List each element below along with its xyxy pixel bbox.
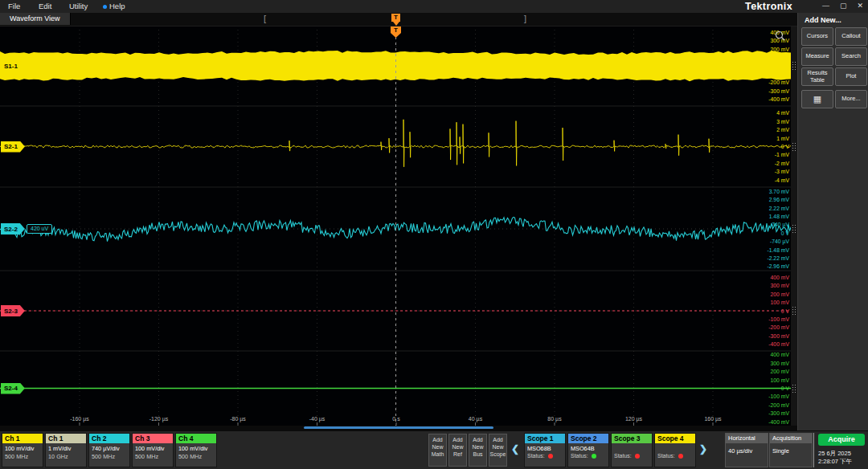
channel-scale-value: 100 mV/div — [135, 445, 173, 453]
add-button-line: Bus — [469, 451, 486, 458]
add-new-scope-button[interactable]: AddNewScope — [489, 434, 507, 467]
row-handle-icon[interactable] — [792, 61, 797, 71]
channel-badge-s2-4[interactable]: S2-4 — [1, 383, 25, 394]
scroll-right-chevron[interactable]: ❯ — [699, 443, 707, 455]
window-left-bracket[interactable]: [ — [264, 14, 266, 23]
offset-badge-s2-2[interactable]: 420 uV — [27, 224, 52, 234]
add-new-results-table-button[interactable]: Results Table — [801, 67, 833, 86]
scope-model-label — [612, 443, 652, 453]
acquisition-panel[interactable]: Acquisition Single — [769, 433, 813, 467]
channel-badge-s2-2[interactable]: S2-2 — [1, 223, 25, 234]
add-new-button-label: Cursors — [807, 33, 828, 39]
scope-block-header: Scope 2 — [568, 434, 608, 443]
x-axis-label: -40 µs — [309, 416, 326, 422]
close-button[interactable]: ✕ — [857, 2, 863, 10]
scroll-left-chevron[interactable]: ❮ — [511, 443, 519, 455]
channel-block-ch-1-2[interactable]: Ch 11 mV/div10 GHz — [45, 433, 87, 467]
add-button-line: Add — [429, 436, 446, 443]
add-new-button-label: Callout — [841, 33, 860, 39]
channel-bandwidth-value: 500 MHz — [178, 453, 216, 461]
channel-block-ch-4-5[interactable]: Ch 4100 mV/div500 MHz — [175, 433, 217, 467]
add-button-line: Add — [469, 436, 486, 443]
channel-block-body: 100 mV/div500 MHz — [176, 443, 216, 461]
add-button-line: Math — [429, 451, 446, 458]
add-button-line: New — [429, 443, 446, 451]
add-button-line: Add — [449, 436, 466, 443]
row-handle-icon[interactable] — [792, 142, 797, 153]
scope-block-scope-2[interactable]: Scope 2MSO64BStatus: — [567, 433, 609, 467]
channel-block-ch-1-1[interactable]: Ch 1100 mV/div500 MHz — [2, 433, 43, 467]
menu-help[interactable]: Help — [103, 2, 125, 10]
status-dot-icon — [635, 454, 640, 459]
x-axis-label: -80 µs — [230, 416, 246, 422]
add-new-plot-button[interactable]: Plot — [835, 67, 867, 86]
add-new-bus-button[interactable]: AddNewBus — [469, 434, 487, 467]
zoom-indicator-icon[interactable] — [775, 31, 786, 42]
window-right-bracket[interactable]: ] — [524, 14, 526, 23]
add-button-line: Ref — [449, 451, 466, 458]
scope-block-scope-4[interactable]: Scope 4Status: — [654, 433, 696, 467]
horizontal-panel[interactable]: Horizontal 40 µs/div — [725, 433, 768, 467]
channel-badge-s1-1[interactable]: S1-1 — [1, 60, 25, 71]
minimize-button[interactable]: — — [822, 2, 829, 10]
channel-block-body: 1 mV/div10 GHz — [46, 443, 86, 461]
time-label: 2:28:07 下午 — [818, 458, 852, 466]
trigger-position-icon[interactable]: T — [391, 14, 400, 22]
row-handle-icon[interactable] — [792, 384, 797, 394]
x-axis-label: -160 µs — [70, 416, 89, 422]
tektronix-logo: Tektronix — [745, 1, 792, 12]
add-new-button-label: Search — [841, 53, 861, 59]
channel-badge-s2-3[interactable]: S2-3 — [1, 305, 25, 316]
menu-utility[interactable]: Utility — [69, 2, 88, 10]
add-new-more-button[interactable]: More... — [835, 90, 867, 108]
channel-block-header: Ch 2 — [89, 434, 129, 443]
add-new-search-button[interactable]: Search — [835, 47, 867, 66]
channel-block-body: 100 mV/div500 MHz — [2, 443, 43, 461]
channel-scale-value: 1 mV/div — [48, 445, 86, 453]
maximize-button[interactable]: ▢ — [840, 2, 847, 10]
add-new-cursors-button[interactable]: Cursors — [801, 27, 833, 46]
horizontal-title: Horizontal — [726, 434, 768, 443]
channel-block-header: Ch 1 — [46, 434, 86, 443]
add-new-button-label: Plot — [846, 73, 857, 80]
add-new-panel: Add New... CursorsCalloutMeasureSearchRe… — [797, 13, 868, 430]
add-new-title: Add New... — [805, 16, 868, 24]
acquisition-value: Single — [770, 443, 812, 455]
add-new-math-button[interactable]: AddNewMath — [428, 434, 447, 467]
scope-model-label — [655, 443, 695, 453]
bottom-bar: ❮ ❯ Horizontal 40 µs/div Acquisition Sin… — [0, 430, 868, 469]
channel-block-ch-2-3[interactable]: Ch 2740 µV/div500 MHz — [88, 433, 130, 467]
scope-block-scope-3[interactable]: Scope 3Status: — [611, 433, 653, 467]
datetime-display: 25 6月 2025 2:28:07 下午 — [818, 450, 852, 466]
menu-label-help: Help — [109, 2, 125, 10]
row-handle-icon[interactable] — [792, 224, 797, 234]
waveform-plot[interactable]: T 400 mV300 mV200 mV100 mV0 V-100 mV-200… — [0, 26, 797, 430]
tekscope-window: Tektronix — ▢ ✕ FileEditUtilityHelp Wave… — [0, 0, 868, 469]
menu-label-file: File — [8, 2, 20, 10]
channel-badge-s2-1[interactable]: S2-1 — [1, 141, 25, 153]
channel-block-ch-3-4[interactable]: Ch 3100 mV/div500 MHz — [132, 433, 174, 467]
row-handle-icon[interactable] — [792, 306, 797, 316]
acquire-button[interactable]: Acquire — [818, 434, 865, 446]
scope-block-scope-1[interactable]: Scope 1MSO68BStatus: — [524, 433, 566, 467]
status-dot-icon — [548, 454, 553, 459]
menu-file[interactable]: File — [8, 2, 20, 10]
add-new-button-label: Results Table — [802, 70, 833, 84]
menu-edit[interactable]: Edit — [39, 2, 51, 10]
add-button-line: Scope — [489, 451, 506, 458]
channel-block-body: 100 mV/div500 MHz — [133, 443, 173, 461]
channel-scale-value: 740 µV/div — [92, 445, 129, 453]
channel-scale-value: 100 mV/div — [178, 445, 216, 453]
x-axis-label: 120 µs — [625, 416, 642, 422]
display-grid-icon: ▦ — [813, 94, 821, 104]
add-new-callout-button[interactable]: Callout — [835, 27, 867, 46]
horizontal-scroll-indicator[interactable] — [304, 426, 493, 429]
add-new-measure-button[interactable]: Measure — [801, 47, 833, 66]
display-config-button[interactable]: ▦ — [801, 90, 833, 108]
add-new-ref-button[interactable]: AddNewRef — [448, 434, 467, 467]
add-new-button-label: More... — [841, 96, 860, 102]
window-controls: — ▢ ✕ — [822, 2, 863, 10]
tab-waveform-view[interactable]: Waveform View — [0, 13, 71, 25]
scope-status: Status: — [612, 453, 652, 459]
trigger-arrow-icon — [393, 22, 399, 26]
